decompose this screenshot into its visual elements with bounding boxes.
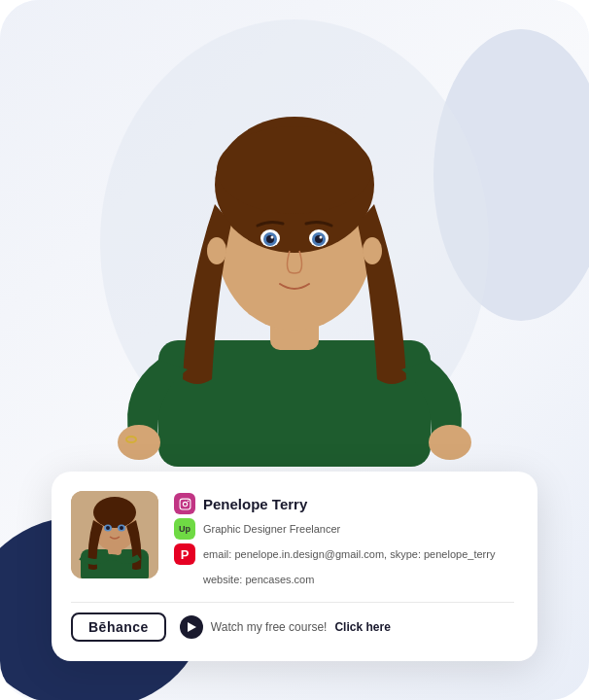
person-email: email: penelope.in.design@gmail.com, sky… (203, 548, 495, 560)
svg-point-24 (93, 497, 136, 528)
watch-row: Watch my free course! Click here (180, 615, 391, 639)
svg-point-18 (429, 425, 471, 460)
profile-card: Penelope Terry Up Graphic Designer Freel… (52, 472, 537, 661)
card-divider (71, 602, 514, 603)
info-rows: Penelope Terry Up Graphic Designer Freel… (174, 493, 514, 590)
click-here-link[interactable]: Click here (334, 620, 390, 634)
play-icon[interactable] (180, 615, 203, 639)
play-triangle (188, 622, 196, 632)
avatar (71, 491, 158, 578)
profile-card-wrapper: Penelope Terry Up Graphic Designer Freel… (52, 472, 537, 661)
svg-point-14 (320, 236, 323, 239)
svg-point-15 (207, 237, 226, 264)
card-info: Penelope Terry Up Graphic Designer Freel… (174, 491, 514, 590)
svg-point-30 (183, 502, 187, 506)
card-top: Penelope Terry Up Graphic Designer Freel… (71, 491, 514, 590)
svg-point-16 (363, 237, 382, 264)
pinterest-icon: P (174, 543, 195, 565)
card-bottom: Bēhance Watch my free course! Click here (71, 612, 514, 642)
svg-rect-29 (180, 499, 191, 509)
svg-point-13 (271, 236, 274, 239)
person-title: Graphic Designer Freelancer (203, 523, 340, 535)
title-row: Up Graphic Designer Freelancer (174, 518, 514, 540)
watch-text: Watch my free course! (211, 620, 328, 634)
person-name: Penelope Terry (203, 496, 307, 512)
name-row: Penelope Terry (174, 493, 514, 514)
svg-point-6 (217, 126, 372, 214)
svg-point-31 (187, 500, 189, 502)
instagram-icon (174, 493, 195, 514)
scene: Penelope Terry Up Graphic Designer Freel… (0, 0, 589, 700)
person-website: website: pencases.com (203, 574, 314, 585)
svg-point-17 (118, 425, 160, 460)
email-row: P email: penelope.in.design@gmail.com, s… (174, 543, 514, 565)
website-row: website: pencases.com (174, 569, 514, 590)
svg-point-27 (106, 526, 110, 530)
behance-button[interactable]: Bēhance (71, 612, 166, 642)
upwork-icon: Up (174, 518, 195, 540)
person-photo (71, 0, 518, 467)
svg-point-28 (120, 526, 123, 530)
